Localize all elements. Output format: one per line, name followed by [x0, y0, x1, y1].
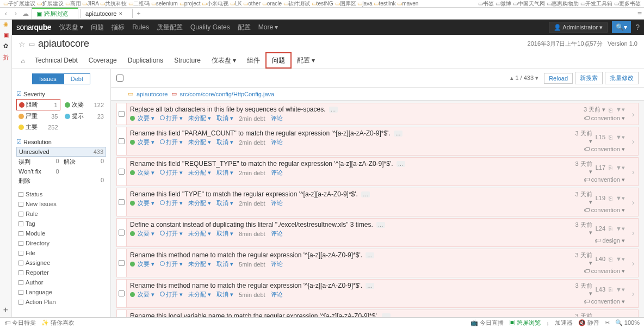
accelerator[interactable]: 加速器: [555, 319, 573, 327]
issue-cancel[interactable]: 取消 ▾: [216, 199, 233, 207]
issue-cancel[interactable]: 取消 ▾: [216, 114, 233, 122]
link-icon[interactable]: ⎘: [609, 164, 612, 171]
chevron-right-icon[interactable]: ›: [628, 249, 638, 277]
cross-screen[interactable]: ▣ 跨屏浏览: [509, 319, 541, 327]
filter-icon[interactable]: ▼▾: [616, 106, 625, 113]
bookmark-item[interactable]: ▭扩展建议: [37, 1, 64, 7]
more-icon[interactable]: …: [397, 161, 405, 167]
bookmark-item[interactable]: ▭testlink: [374, 1, 395, 7]
bookmark-item[interactable]: ▭小米电视: [202, 1, 228, 7]
admin-menu[interactable]: 👤 Administrator ▾: [549, 22, 608, 33]
more-icon[interactable]: …: [376, 222, 385, 228]
resolution-item[interactable]: 误判0: [16, 157, 61, 167]
issue-line[interactable]: L17: [596, 164, 605, 171]
issue-status[interactable]: 打开 ▾: [160, 230, 183, 238]
search-icon[interactable]: 🔍▾: [612, 21, 631, 33]
resolution-item[interactable]: 解决0: [61, 157, 107, 167]
issue-cancel[interactable]: 取消 ▾: [216, 138, 233, 146]
add-sidebar-icon[interactable]: +: [3, 305, 8, 315]
subnav-item[interactable]: 问题: [265, 52, 292, 69]
bookmark-item[interactable]: ▭testNG: [312, 1, 333, 7]
issue-cancel[interactable]: 取消 ▾: [216, 290, 233, 299]
new-tab-icon[interactable]: +: [135, 10, 143, 17]
filter-item[interactable]: Rule: [16, 209, 106, 219]
sq-nav-item[interactable]: 指标: [112, 23, 125, 31]
shop-icon[interactable]: ▣: [2, 32, 10, 40]
resolution-item[interactable]: Won't fix0: [16, 167, 61, 176]
issue-comment[interactable]: 评论: [271, 290, 283, 299]
link-icon[interactable]: ⎘: [609, 195, 612, 201]
issue-severity[interactable]: 次要 ▾: [130, 260, 154, 268]
more-icon[interactable]: …: [366, 283, 374, 289]
resolution-unresolved[interactable]: Unresolved433: [16, 147, 106, 157]
bookmark-item[interactable]: ▭other: [243, 1, 261, 7]
issue-status[interactable]: 打开 ▾: [160, 199, 183, 207]
bookmark-item[interactable]: ▭子扩展建议: [3, 1, 35, 7]
severity-item[interactable]: 严重35: [16, 111, 60, 121]
bookmark-item[interactable]: ▭惠惠购物助: [547, 0, 579, 8]
browser-tab-1[interactable]: ▣跨屏浏览: [32, 8, 78, 19]
more-icon[interactable]: …: [329, 107, 338, 113]
zoom-label[interactable]: 🔍 100%: [615, 319, 640, 326]
side-icon-2[interactable]: 折: [2, 53, 10, 62]
issue-comment[interactable]: 评论: [271, 199, 283, 207]
filter-item[interactable]: Language: [16, 287, 106, 297]
menu-icon[interactable]: ≡: [637, 9, 642, 18]
issue-checkbox[interactable]: [119, 169, 125, 175]
severity-item[interactable]: 主要252: [16, 122, 60, 132]
chevron-right-icon[interactable]: ›: [628, 127, 638, 155]
side-icon[interactable]: ✿: [2, 42, 10, 51]
issue-title[interactable]: Rename this method name to match the reg…: [130, 251, 362, 259]
issue-title[interactable]: Rename this field "REQUEST_TYPE" to matc…: [130, 160, 393, 168]
sq-nav-item[interactable]: Quality Gates: [190, 23, 230, 31]
subnav-item[interactable]: Coverage: [83, 53, 122, 67]
issue-tag[interactable]: 🏷 convention ▾: [584, 268, 625, 274]
issue-assignee[interactable]: 未分配 ▾: [188, 199, 211, 207]
issue-status[interactable]: 打开 ▾: [160, 169, 183, 177]
select-all-checkbox[interactable]: [116, 75, 123, 82]
more-icon[interactable]: …: [366, 252, 374, 258]
issue-line[interactable]: L15: [596, 134, 605, 140]
pager-label[interactable]: ▴ 1 / 433 ▾: [510, 75, 538, 82]
issue-line[interactable]: L24: [596, 225, 605, 232]
subnav-item[interactable]: Structure: [169, 53, 206, 67]
more-icon[interactable]: …: [361, 191, 370, 197]
live-today[interactable]: 📺 今日直播: [470, 319, 504, 327]
filter-item[interactable]: Tag: [16, 219, 106, 228]
link-icon[interactable]: ⎘: [609, 286, 612, 293]
bulk-change-button[interactable]: 批量修改: [605, 72, 639, 84]
issue-comment[interactable]: 评论: [271, 230, 283, 238]
issue-status[interactable]: 打开 ▾: [160, 138, 183, 146]
link-icon[interactable]: ⎘: [609, 256, 612, 262]
weibo-icon[interactable]: ◉: [2, 21, 10, 29]
toggle-issues[interactable]: Issues: [32, 73, 64, 84]
issue-checkbox[interactable]: [119, 138, 125, 144]
issue-severity[interactable]: 次要 ▾: [130, 230, 154, 238]
issue-title[interactable]: Rename this method name to match the reg…: [130, 282, 362, 289]
filter-item[interactable]: Status: [16, 189, 106, 199]
filter-icon[interactable]: ▼▾: [616, 286, 625, 293]
filter-item[interactable]: Author: [16, 277, 106, 287]
crumb-project[interactable]: apiautocore: [137, 91, 168, 97]
bookmark-item[interactable]: ▭软件测试: [283, 1, 310, 7]
severity-item[interactable]: 次要122: [63, 99, 107, 110]
issue-assignee[interactable]: 未分配 ▾: [188, 290, 211, 299]
link-icon[interactable]: ⎘: [609, 107, 612, 113]
issue-cancel[interactable]: 取消 ▾: [216, 230, 233, 238]
subnav-item[interactable]: 仪表盘 ▾: [206, 53, 242, 67]
issue-line[interactable]: L40: [596, 256, 605, 262]
issue-line[interactable]: L19: [596, 195, 605, 201]
issue-assignee[interactable]: 未分配 ▾: [188, 114, 211, 122]
chevron-right-icon[interactable]: ›: [628, 280, 638, 307]
bookmark-item[interactable]: ▭LK: [230, 1, 242, 7]
subnav-item[interactable]: Technical Debt: [29, 53, 83, 67]
issue-severity[interactable]: 次要 ▾: [130, 138, 154, 146]
bookmark-item[interactable]: ▭更多书签: [614, 0, 641, 8]
resolution-facet-head[interactable]: ☑Resolution: [16, 135, 106, 147]
issue-title[interactable]: Define a constant instead of duplicating…: [130, 221, 373, 228]
bookmark-item[interactable]: ▭project: [179, 1, 201, 7]
sq-nav-item[interactable]: 质量配置: [157, 23, 183, 31]
issue-severity[interactable]: 次要 ▾: [130, 199, 154, 207]
star-icon[interactable]: ☆: [18, 40, 26, 48]
issue-checkbox[interactable]: [119, 199, 125, 205]
